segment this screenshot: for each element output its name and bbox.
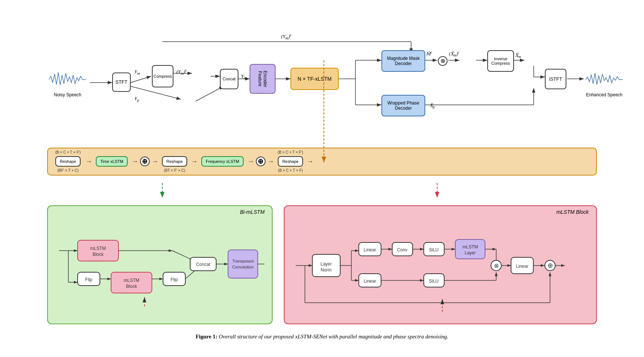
tf-arrow3: → [152, 158, 158, 165]
svg-text:Block: Block [126, 284, 137, 289]
top-diagram: Noisy Speech STFT Ym Yp Compress (Ym)c (… [47, 21, 597, 140]
n-tflstm-box: N × TF-xLSTM [290, 68, 339, 90]
multiply-circle: ⊗ [438, 56, 448, 66]
svg-line-5 [196, 86, 224, 101]
figure-caption-text: Overall structure of our proposed xLSTM-… [217, 334, 448, 340]
svg-text:Linear: Linear [516, 264, 528, 269]
svg-text:mLSTM: mLSTM [90, 246, 106, 251]
svg-text:mLSTM: mLSTM [124, 278, 139, 283]
bi-mlstm-container: Bi-mLSTM mLSTM Block Flip [47, 205, 273, 324]
bi-mlstm-svg: mLSTM Block Flip mLSTM Block Flip [55, 217, 264, 314]
tf-block: Reshape (BF' × T × C) (B × C × T × F') →… [47, 148, 597, 176]
svg-text:⊕: ⊕ [547, 262, 553, 269]
noisy-waveform [47, 70, 88, 90]
enhanced-waveform [584, 70, 625, 90]
mid-to-bottom-arrows [47, 181, 641, 200]
tf-arrow4: → [191, 158, 198, 165]
reshape1-box: Reshape (BF' × T × C) (B × C × T × F') [55, 156, 81, 167]
mhat-label: M̂c [426, 50, 432, 57]
svg-text:⊗: ⊗ [494, 263, 499, 269]
noisy-speech-area: Noisy Speech [47, 70, 88, 97]
xhatp-label: X̂p [430, 103, 435, 109]
bottom-row: Bi-mLSTM mLSTM Block Flip [47, 205, 597, 324]
ymc-label: (Ym)c [176, 68, 187, 75]
plus-circle2: ⊕ [256, 157, 266, 166]
svg-text:Transposed: Transposed [232, 259, 254, 263]
bi-mlstm-title: Bi-mLSTM [240, 209, 264, 215]
svg-text:mLSTM: mLSTM [462, 244, 478, 250]
reshape2-box: Reshape (BT × F' × C) [162, 156, 187, 167]
figure-number: Figure 1: [196, 334, 217, 340]
enhanced-speech-area: Enhanced Speech [584, 70, 625, 97]
compress-box: Compress [152, 65, 173, 87]
figure-container: Noisy Speech STFT Ym Yp Compress (Ym)c (… [25, 6, 619, 351]
noisy-speech-label: Noisy Speech [47, 92, 88, 97]
middle-diagram: Reshape (BF' × T × C) (B × C × T × F') →… [47, 144, 597, 181]
svg-text:Block: Block [92, 252, 104, 257]
yp-label: Yp [134, 96, 139, 102]
mlstm-block-svg: Layer Norm Linear Conv SiLU [294, 217, 587, 314]
figure-caption: Figure 1: Overall structure of our propo… [47, 334, 597, 340]
enhanced-speech-label: Enhanced Speech [584, 92, 625, 97]
freq-xlstm-box: Frequency xLSTM [201, 156, 244, 167]
tf-arrow7: → [307, 158, 313, 165]
ym-label: Ym [134, 69, 140, 75]
concat-box: Concat [220, 69, 238, 89]
reshape3-box: Reshape (B × C × T × F) (B × C × T × F') [278, 156, 303, 167]
istft-box: iSTFT [545, 69, 566, 89]
tf-arrow2: → [131, 158, 138, 165]
svg-text:SiLU: SiLU [429, 279, 439, 284]
wrapped-phase-decoder-box: Wrapped Phase Decoder [381, 95, 425, 116]
svg-text:Layer: Layer [465, 250, 476, 255]
inverse-compress-box: Inverse Compress [487, 50, 514, 72]
time-xlstm-box: Time xLSTM [96, 156, 128, 167]
svg-text:Layer: Layer [321, 261, 332, 267]
yin-label: Yin [241, 73, 247, 80]
tf-arrow6: → [267, 158, 274, 165]
svg-line-1 [131, 76, 151, 83]
svg-text:Linear: Linear [364, 279, 376, 284]
svg-text:Convolution: Convolution [232, 265, 254, 269]
magnitude-mask-decoder-box: Magnitude Mask Decoder [381, 50, 425, 72]
svg-text:Conv: Conv [397, 247, 407, 253]
svg-rect-56 [228, 250, 258, 278]
tf-arrow1: → [85, 158, 92, 165]
mlstm-block-container: mLSTM Block Layer Norm [284, 205, 597, 324]
tf-arrow5: → [247, 158, 254, 165]
plus-circle1: ⊕ [140, 157, 150, 166]
svg-text:Norm: Norm [321, 267, 332, 273]
xhatm-label: X̂m [515, 53, 521, 59]
svg-text:Flip: Flip [170, 277, 178, 282]
stft-box: STFT [112, 73, 131, 92]
svg-text:Linear: Linear [364, 247, 376, 253]
xhatmc-label: (X̂m)c [449, 50, 459, 57]
mlstm-block-title: mLSTM Block [556, 209, 589, 215]
svg-text:Flip: Flip [85, 277, 92, 282]
ymc-top-label: (Ym)c [281, 32, 292, 40]
svg-text:Concat: Concat [196, 262, 211, 267]
feature-encoder-box: Feature Encoder [250, 64, 276, 94]
svg-text:SiLU: SiLU [429, 247, 439, 253]
